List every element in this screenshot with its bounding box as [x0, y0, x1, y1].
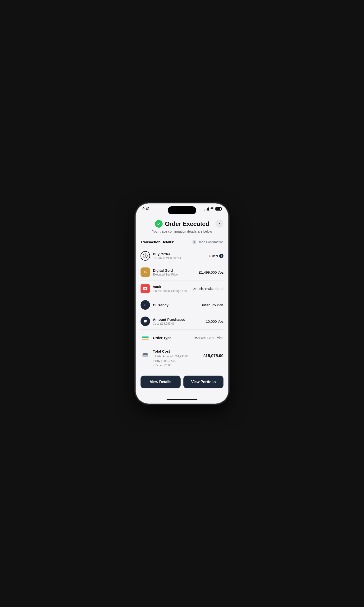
vault-value: Zurich, Switzerland [193, 287, 223, 291]
gold-icon: Au [141, 267, 150, 277]
view-details-button[interactable]: View Details [141, 376, 181, 388]
gold-title: Digital Gold [153, 268, 178, 272]
vault-subtitle: 0.50% Annual Storage Fee [153, 289, 187, 293]
buy-order-icon [141, 251, 150, 261]
status-time: 9:41 [143, 207, 150, 211]
amount-title: Amount Purchased [153, 317, 185, 321]
order-type-value: Market: Best Price [194, 336, 223, 340]
amount-item: Amount Purchased Cost: £14,995.00 10.000… [141, 313, 223, 330]
home-indicator [136, 396, 228, 404]
dynamic-island [168, 206, 196, 214]
total-cost-title: Total Cost [153, 349, 188, 353]
buy-order-title: Buy Order [153, 252, 181, 256]
svg-text:£: £ [144, 303, 146, 307]
total-cost-details: = Metal Amount: £14,995.00 + Buy Fee: £7… [153, 354, 188, 368]
vault-item: Vault 0.50% Annual Storage Fee Zurich, S… [141, 280, 223, 297]
svg-rect-8 [144, 320, 147, 321]
total-cost-icon [141, 349, 150, 359]
order-title: Order Executed [165, 220, 209, 228]
total-cost-item: Total Cost = Metal Amount: £14,995.00 + … [141, 346, 223, 371]
buy-order-status: Filled i [209, 254, 223, 258]
order-type-title: Order Type [153, 336, 171, 340]
amount-icon [141, 317, 150, 326]
vault-icon [141, 284, 150, 293]
order-type-item: Order Type Market: Best Price [141, 330, 223, 346]
currency-item: £ Currency British Pounds [141, 297, 223, 313]
bottom-buttons: View Details View Portfolio [136, 373, 228, 396]
trade-confirmation-text: Trade Confirmation [197, 240, 223, 244]
gold-value: £1,499.500 t/oz [199, 270, 223, 274]
signal-icon [205, 208, 209, 211]
gold-subtitle: Executed Buy Price [153, 273, 178, 276]
status-icons [205, 207, 221, 211]
order-title-row: Order Executed [141, 220, 223, 228]
svg-rect-12 [142, 337, 149, 338]
svg-rect-10 [144, 322, 146, 323]
currency-value: British Pounds [200, 303, 223, 307]
currency-icon: £ [141, 300, 150, 310]
filled-info-icon[interactable]: i [219, 254, 223, 258]
total-cost-value: £15,075.00 [203, 349, 223, 358]
amount-value: 10.000 t/oz [206, 319, 223, 323]
svg-rect-9 [144, 321, 147, 322]
trade-confirmation-link[interactable]: i Trade Confirmation [193, 240, 223, 244]
currency-title: Currency [153, 303, 169, 307]
digital-gold-item: Au Digital Gold Executed Buy Price £1,49… [141, 264, 223, 280]
check-icon [155, 220, 163, 228]
vault-title: Vault [153, 285, 187, 289]
wifi-icon [210, 207, 214, 211]
buy-order-date: 01 JAN 2024 00:00:01 [153, 257, 181, 260]
order-subtitle: Your trade confirmation details are belo… [141, 229, 223, 233]
svg-rect-11 [142, 336, 149, 337]
amount-subtitle: Cost: £14,995.00 [153, 322, 185, 325]
order-header: Order Executed Your trade confirmation d… [141, 218, 223, 233]
home-bar [167, 399, 197, 400]
battery-icon [215, 207, 221, 211]
view-portfolio-button[interactable]: View Portfolio [183, 376, 223, 388]
svg-rect-13 [142, 339, 149, 340]
close-icon: × [218, 222, 221, 225]
transaction-details-label: Transaction Details: [141, 240, 174, 244]
close-button[interactable]: × [215, 220, 223, 228]
order-type-icon [141, 333, 150, 342]
content-area: Order Executed Your trade confirmation d… [136, 213, 228, 373]
buy-order-item: Buy Order 01 JAN 2024 00:00:01 Filled i [141, 248, 223, 264]
section-header: Transaction Details: i Trade Confirmatio… [141, 240, 223, 244]
info-icon: i [193, 240, 196, 244]
